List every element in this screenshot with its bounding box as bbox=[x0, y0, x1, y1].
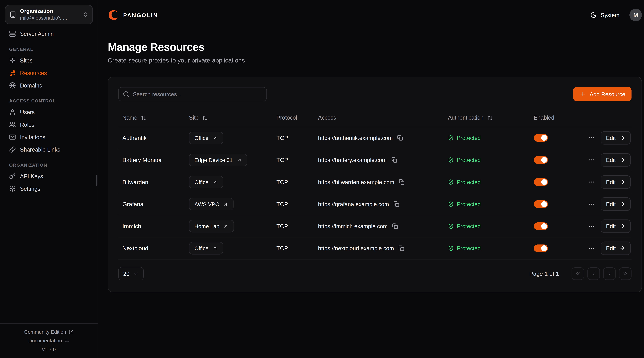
arrow-right-icon bbox=[620, 223, 625, 229]
cell-protocol: TCP bbox=[272, 245, 314, 252]
column-header-authentication[interactable]: Authentication bbox=[444, 115, 530, 121]
edit-button[interactable]: Edit bbox=[600, 131, 631, 144]
arrow-right-icon bbox=[620, 135, 625, 141]
plus-icon bbox=[580, 91, 586, 98]
table-row: Authentik Office TCP https://authentik.e… bbox=[118, 127, 632, 149]
enabled-toggle[interactable] bbox=[534, 134, 548, 142]
sidebar-item-shareable-links[interactable]: Shareable Links bbox=[5, 143, 93, 156]
arrow-up-right-icon bbox=[212, 245, 218, 251]
row-actions-menu-button[interactable] bbox=[588, 223, 595, 229]
version-label: v1.7.0 bbox=[42, 346, 56, 352]
edit-button[interactable]: Edit bbox=[600, 219, 631, 233]
org-selector-label: Organization bbox=[20, 8, 79, 15]
table-header-row: Name Site Protocol Access Authenticati bbox=[118, 109, 632, 127]
site-link-badge[interactable]: Office bbox=[189, 242, 223, 254]
copy-url-button[interactable] bbox=[394, 201, 399, 207]
row-actions-menu-button[interactable] bbox=[588, 201, 595, 207]
site-link-badge[interactable]: Office bbox=[189, 132, 223, 144]
page-size-select[interactable]: 20 bbox=[118, 267, 144, 280]
resources-route-icon bbox=[9, 70, 16, 76]
sidebar-item-invitations[interactable]: Invitations bbox=[5, 131, 93, 143]
first-page-button[interactable] bbox=[572, 267, 584, 280]
table-row: Nextcloud Office TCP https://nextcloud.e… bbox=[118, 237, 632, 259]
enabled-toggle[interactable] bbox=[534, 156, 548, 164]
edit-button[interactable]: Edit bbox=[600, 153, 631, 167]
sidebar-item-settings[interactable]: Settings bbox=[5, 182, 93, 195]
org-selector-value: milo@fossorial.io's ... bbox=[20, 15, 79, 21]
chevron-down-icon bbox=[133, 271, 138, 276]
enabled-toggle[interactable] bbox=[534, 222, 548, 230]
site-link-badge[interactable]: Edge Device 01 bbox=[189, 154, 247, 166]
column-header-name[interactable]: Name bbox=[118, 115, 185, 121]
copy-url-button[interactable] bbox=[397, 135, 403, 141]
avatar[interactable]: M bbox=[630, 9, 642, 21]
column-header-site[interactable]: Site bbox=[185, 115, 272, 121]
cell-access-url: https://grafana.example.com bbox=[318, 201, 389, 207]
table-row: Battery Monitor Edge Device 01 TCP https… bbox=[118, 149, 632, 171]
sidebar-item-resources[interactable]: Resources bbox=[5, 67, 93, 79]
org-selector[interactable]: Organization milo@fossorial.io's ... bbox=[5, 5, 93, 24]
topbar: PANGOLIN System M bbox=[108, 0, 642, 30]
cell-name: Bitwarden bbox=[118, 179, 185, 185]
cell-access-url: https://authentik.example.com bbox=[318, 135, 393, 141]
documentation-link[interactable]: Documentation bbox=[28, 338, 70, 343]
enabled-toggle[interactable] bbox=[534, 244, 548, 252]
sort-icon bbox=[487, 115, 493, 121]
globe-icon bbox=[9, 82, 16, 89]
gear-icon bbox=[9, 185, 16, 192]
edit-button[interactable]: Edit bbox=[600, 175, 631, 189]
enabled-toggle[interactable] bbox=[534, 178, 548, 186]
arrow-up-right-icon bbox=[212, 135, 218, 141]
site-link-badge[interactable]: Office bbox=[189, 176, 223, 188]
edit-button[interactable]: Edit bbox=[600, 242, 631, 255]
chevrons-left-icon bbox=[575, 271, 581, 276]
sidebar-item-api-keys[interactable]: API Keys bbox=[5, 170, 93, 182]
row-actions-menu-button[interactable] bbox=[588, 245, 595, 252]
edit-button[interactable]: Edit bbox=[600, 197, 631, 211]
enabled-toggle[interactable] bbox=[534, 200, 548, 208]
copy-icon bbox=[392, 223, 398, 229]
copy-url-button[interactable] bbox=[399, 179, 405, 185]
sidebar-item-label: Sites bbox=[20, 57, 32, 63]
previous-page-button[interactable] bbox=[587, 267, 600, 280]
table-row: Bitwarden Office TCP https://bitwarden.e… bbox=[118, 171, 632, 193]
copy-url-button[interactable] bbox=[398, 245, 404, 251]
cell-protocol: TCP bbox=[272, 135, 314, 141]
theme-toggle-button[interactable]: System bbox=[590, 12, 620, 18]
add-resource-button[interactable]: Add Resource bbox=[574, 87, 632, 101]
last-page-button[interactable] bbox=[619, 267, 632, 280]
sidebar-item-domains[interactable]: Domains bbox=[5, 79, 93, 92]
sidebar: Organization milo@fossorial.io's ... Ser… bbox=[0, 0, 98, 358]
cell-name: Authentik bbox=[118, 135, 185, 141]
search-input[interactable] bbox=[118, 87, 267, 101]
column-header-protocol: Protocol bbox=[272, 115, 314, 121]
sites-grid-icon bbox=[9, 57, 16, 64]
copy-url-button[interactable] bbox=[392, 223, 398, 229]
moon-icon bbox=[590, 12, 597, 18]
pangolin-logo-icon bbox=[108, 9, 120, 21]
next-page-button[interactable] bbox=[603, 267, 616, 280]
sidebar-item-roles[interactable]: Roles bbox=[5, 118, 93, 131]
site-link-badge[interactable]: AWS VPC bbox=[189, 198, 234, 210]
building-icon bbox=[10, 11, 16, 18]
ellipsis-icon bbox=[588, 223, 595, 229]
sidebar-item-server-admin[interactable]: Server Admin bbox=[5, 28, 93, 40]
sidebar-scrollbar[interactable] bbox=[96, 175, 98, 186]
shield-check-icon bbox=[448, 245, 454, 251]
community-edition-link[interactable]: Community Edition bbox=[24, 329, 74, 335]
table-row: Immich Home Lab TCP https://immich.examp… bbox=[118, 215, 632, 237]
row-actions-menu-button[interactable] bbox=[588, 179, 595, 185]
page-title: Manage Resources bbox=[108, 41, 642, 54]
sidebar-item-users[interactable]: Users bbox=[5, 106, 93, 118]
brand-name: PANGOLIN bbox=[123, 12, 158, 18]
site-link-badge[interactable]: Home Lab bbox=[189, 220, 234, 232]
row-actions-menu-button[interactable] bbox=[588, 135, 595, 141]
column-header-enabled: Enabled bbox=[530, 115, 580, 121]
sidebar-item-sites[interactable]: Sites bbox=[5, 54, 93, 67]
copy-url-button[interactable] bbox=[391, 157, 397, 163]
arrow-right-icon bbox=[620, 245, 625, 251]
row-actions-menu-button[interactable] bbox=[588, 157, 595, 163]
theme-label: System bbox=[601, 12, 620, 18]
arrow-up-right-icon bbox=[223, 223, 228, 229]
cell-name: Grafana bbox=[118, 201, 185, 207]
